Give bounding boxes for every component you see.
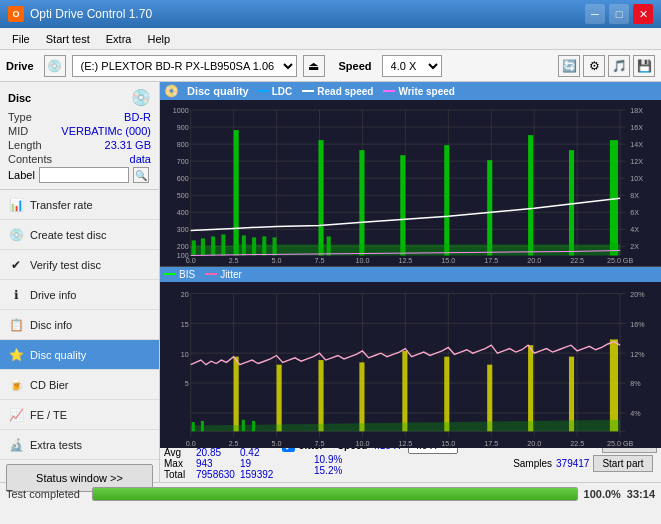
- menu-file[interactable]: File: [4, 31, 38, 47]
- legend-jitter-label: Jitter: [220, 269, 242, 280]
- eject-button[interactable]: ⏏: [303, 55, 325, 77]
- svg-rect-117: [569, 356, 574, 431]
- svg-text:22.5: 22.5: [570, 258, 584, 266]
- menubar: File Start test Extra Help: [0, 28, 661, 50]
- verify-test-disc-icon: ✔: [8, 258, 24, 272]
- svg-text:10.0: 10.0: [355, 258, 369, 266]
- legend-ldc-label: LDC: [272, 86, 293, 97]
- top-chart-svg: 1000 900 800 700 600 500 400 300 200 100…: [160, 100, 661, 267]
- transfer-rate-icon: 📊: [8, 198, 24, 212]
- svg-text:200: 200: [177, 244, 189, 252]
- svg-text:4X: 4X: [630, 226, 639, 234]
- sidebar-item-verify-test-disc[interactable]: ✔ Verify test disc: [0, 250, 159, 280]
- bottom-chart-svg: 20 15 10 5 20% 16% 12% 8% 4% 0.0 2.5 5.0…: [160, 282, 661, 449]
- svg-text:17.5: 17.5: [484, 258, 498, 266]
- sidebar-item-fe-te[interactable]: 📈 FE / TE: [0, 400, 159, 430]
- transfer-rate-label: Transfer rate: [30, 199, 93, 211]
- drive-icon[interactable]: 💿: [44, 55, 66, 77]
- svg-rect-112: [359, 362, 364, 431]
- svg-rect-110: [277, 364, 282, 431]
- menu-extra[interactable]: Extra: [98, 31, 140, 47]
- max-ldc-value: 943: [196, 458, 236, 469]
- fe-te-label: FE / TE: [30, 409, 67, 421]
- cd-bier-label: CD Bier: [30, 379, 69, 391]
- disc-info-icon: 📋: [8, 318, 24, 332]
- avg-row-label: Avg: [164, 447, 192, 458]
- disc-info-label: Disc info: [30, 319, 72, 331]
- save-button[interactable]: 💾: [633, 55, 655, 77]
- cd-bier-icon: 🍺: [8, 378, 24, 392]
- legend-jitter: Jitter: [205, 269, 242, 280]
- svg-text:5.0: 5.0: [272, 258, 282, 266]
- svg-rect-116: [528, 345, 533, 431]
- sidebar-item-cd-bier[interactable]: 🍺 CD Bier: [0, 370, 159, 400]
- legend-ldc: LDC: [257, 86, 293, 97]
- audio-button[interactable]: 🎵: [608, 55, 630, 77]
- sidebar-item-disc-info[interactable]: 📋 Disc info: [0, 310, 159, 340]
- start-part-button[interactable]: Start part: [593, 455, 652, 472]
- menu-start-test[interactable]: Start test: [38, 31, 98, 47]
- drive-select[interactable]: (E:) PLEXTOR BD-R PX-LB950SA 1.06: [72, 55, 297, 77]
- svg-text:12.5: 12.5: [398, 438, 412, 448]
- disc-contents-label: Contents: [8, 153, 52, 165]
- svg-text:5: 5: [185, 379, 189, 389]
- disc-length-value: 23.31 GB: [105, 139, 151, 151]
- svg-text:16X: 16X: [630, 124, 643, 132]
- svg-rect-54: [234, 130, 239, 255]
- settings-button[interactable]: ⚙: [583, 55, 605, 77]
- svg-text:15.0: 15.0: [441, 438, 455, 448]
- menu-help[interactable]: Help: [139, 31, 178, 47]
- close-button[interactable]: ✕: [633, 4, 653, 24]
- svg-text:20.0: 20.0: [527, 438, 541, 448]
- fe-te-icon: 📈: [8, 408, 24, 422]
- disc-mid-row: MID VERBATIMc (000): [8, 125, 151, 137]
- progress-bar-fill: [93, 488, 577, 500]
- maximize-button[interactable]: □: [609, 4, 629, 24]
- chart-title: Disc quality: [187, 85, 249, 97]
- disc-mid-label: MID: [8, 125, 28, 137]
- time-display: 33:14: [627, 488, 655, 500]
- svg-text:600: 600: [177, 175, 189, 183]
- drivebar-actions: 🔄 ⚙ 🎵 💾: [558, 55, 655, 77]
- drivebar: Drive 💿 (E:) PLEXTOR BD-R PX-LB950SA 1.0…: [0, 50, 661, 82]
- svg-text:10.0: 10.0: [355, 438, 369, 448]
- svg-text:2X: 2X: [630, 244, 639, 252]
- svg-text:500: 500: [177, 192, 189, 200]
- svg-text:6X: 6X: [630, 209, 639, 217]
- titlebar: O Opti Drive Control 1.70 ─ □ ✕: [0, 0, 661, 28]
- svg-rect-59: [318, 140, 323, 255]
- disc-length-row: Length 23.31 GB: [8, 139, 151, 151]
- svg-text:2.5: 2.5: [229, 258, 239, 266]
- legend-write-speed-label: Write speed: [398, 86, 455, 97]
- sidebar-item-disc-quality[interactable]: ⭐ Disc quality: [0, 340, 159, 370]
- svg-rect-111: [318, 360, 323, 431]
- sidebar-item-create-test-disc[interactable]: 💿 Create test disc: [0, 220, 159, 250]
- speed-select[interactable]: 4.0 X: [382, 55, 442, 77]
- disc-panel-icon: 💿: [131, 88, 151, 107]
- svg-text:10: 10: [181, 349, 189, 359]
- disc-type-label: Type: [8, 111, 32, 123]
- svg-text:7.5: 7.5: [315, 258, 325, 266]
- sidebar-item-drive-info[interactable]: ℹ Drive info: [0, 280, 159, 310]
- max-bis-value: 19: [240, 458, 270, 469]
- progress-percent: 100.0%: [584, 488, 621, 500]
- bottom-chart: BIS Jitter: [160, 267, 661, 434]
- legend-read-speed-dot: [302, 90, 314, 92]
- disc-label-input[interactable]: [39, 167, 129, 183]
- progress-bar-container: [92, 487, 578, 501]
- legend-bis: BIS: [164, 269, 195, 280]
- disc-label-icon-btn[interactable]: 🔍: [133, 167, 149, 183]
- svg-rect-118: [610, 339, 618, 431]
- sidebar-item-extra-tests[interactable]: 🔬 Extra tests: [0, 430, 159, 460]
- refresh-button[interactable]: 🔄: [558, 55, 580, 77]
- minimize-button[interactable]: ─: [585, 4, 605, 24]
- right-panel: 📀 Disc quality LDC Read speed Write spee…: [160, 82, 661, 482]
- legend-jitter-dot: [205, 273, 217, 275]
- sidebar-item-transfer-rate[interactable]: 📊 Transfer rate: [0, 190, 159, 220]
- svg-text:8%: 8%: [630, 379, 641, 389]
- svg-text:18X: 18X: [630, 107, 643, 115]
- top-chart: 1000 900 800 700 600 500 400 300 200 100…: [160, 100, 661, 267]
- svg-text:700: 700: [177, 158, 189, 166]
- drive-label: Drive: [6, 60, 34, 72]
- svg-text:0.0: 0.0: [186, 438, 196, 448]
